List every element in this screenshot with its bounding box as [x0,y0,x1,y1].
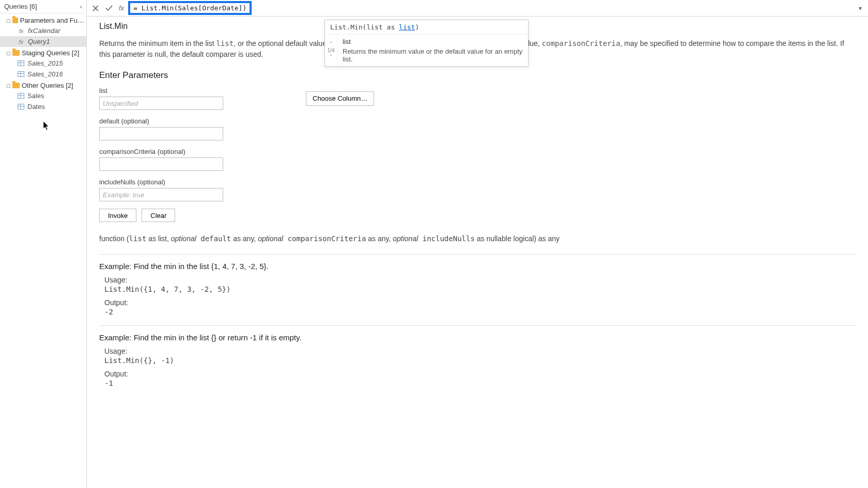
commit-formula-button[interactable] [103,3,115,14]
sig-text: as any, [231,234,258,243]
tree-item-label: fxCalendar [28,27,60,35]
sig-text: as any, [366,234,393,243]
folder-icon [12,18,18,23]
param-label-default: default (optional) [99,117,856,125]
cancel-formula-button[interactable] [90,3,101,14]
output-label: Output: [104,298,856,307]
intellisense-description: list Returns the minimum value or the de… [337,35,528,66]
queries-panel: Queries [6] ‹ ▢ Parameters and Fu… fx fx… [0,0,87,488]
usage-code: List.Min({1, 4, 7, 3, -2, 5}) [104,285,856,293]
group-label: Staging Queries [2] [22,49,79,57]
sig-code: list [129,234,147,243]
sig-optional: optional [393,234,418,243]
tree-item-label: Query1 [28,38,50,45]
intell-param-name: list [343,38,523,45]
sig-text: as nullable logical) as any [475,234,560,243]
group-header-parameters[interactable]: ▢ Parameters and Fu… [0,15,86,25]
table-icon [18,71,24,77]
overload-counter: 1/4 [328,48,335,53]
tree-item-fxcalendar[interactable]: fx fxCalendar [0,25,86,36]
example-block: Usage: List.Min({}, -1) Output: -1 [104,347,856,387]
table-icon [18,104,24,109]
tree-item-label: Sales [27,92,44,100]
intellisense-nav[interactable]: ˄ 1/4 ˅ [325,35,337,66]
sig-code: default [196,234,231,243]
mouse-cursor-icon [43,121,50,132]
param-row-list: list Choose Column… [99,87,856,110]
queries-title: Queries [6] [4,3,37,10]
separator [99,325,856,326]
invoke-button[interactable]: Invoke [99,209,136,222]
tree-item-dates[interactable]: Dates [0,101,86,112]
usage-label: Usage: [104,276,856,284]
group-label: Other Queries [2] [22,82,73,89]
formula-input-wrap[interactable]: = List.Min(Sales[OrderDate]) [128,1,854,15]
caret-icon: ▢ [6,83,10,88]
enter-parameters-heading: Enter Parameters [99,70,856,81]
example-title: Example: Find the min in the list {1, 4,… [99,262,856,271]
tree-item-label: Dates [27,103,45,111]
collapse-queries-icon[interactable]: ‹ [80,3,82,10]
sig-link[interactable]: list [399,23,415,31]
output-code: -1 [104,379,856,387]
folder-icon [12,83,20,88]
param-input-nulls[interactable] [99,188,223,201]
caret-icon: ▢ [6,51,10,56]
table-icon [18,93,24,99]
formula-input[interactable]: = List.Min(Sales[OrderDate]) [128,1,252,15]
example-title: Example: Find the min in the list {} or … [99,333,856,342]
sig-text: as list, [146,234,171,243]
usage-label: Usage: [104,347,856,355]
param-input-criteria[interactable] [99,158,223,171]
tree-item-sales2016[interactable]: Sales_2016 [0,69,86,80]
expand-formula-icon[interactable]: ▾ [856,5,865,12]
param-input-default[interactable] [99,127,223,140]
sig-suffix: ) [415,23,419,31]
button-row: Invoke Clear [99,209,856,222]
intellisense-body: ˄ 1/4 ˅ list Returns the minimum value o… [325,35,528,66]
group-header-other[interactable]: ▢ Other Queries [2] [0,81,86,90]
clear-button[interactable]: Clear [142,209,175,222]
fx-label-icon: fx [119,4,124,12]
tree-item-label: Sales_2016 [27,70,63,78]
chevron-down-icon[interactable]: ˅ [330,54,332,60]
usage-code: List.Min({}, -1) [104,356,856,365]
tree-item-label: Sales_2015 [27,59,63,67]
intellisense-signature: List.Min(list as list) [325,20,528,35]
output-code: -2 [104,308,856,316]
sig-prefix: List.Min(list as [330,23,399,31]
formula-bar: fx = List.Min(Sales[OrderDate]) ▾ [87,0,868,17]
main-area: fx = List.Min(Sales[OrderDate]) ▾ List.M… [87,0,868,488]
param-input-list[interactable] [99,97,223,110]
tree-item-sales[interactable]: Sales [0,90,86,101]
desc-text: , or the optional default value [234,39,329,48]
sig-optional: optional [171,234,196,243]
group-other: ▢ Other Queries [2] Sales Dates [0,81,86,112]
param-label-criteria: comparisonCriteria (optional) [99,148,856,155]
desc-text: Returns the minimum item in the list [99,39,216,48]
function-help-content: List.Min Returns the minimum item in the… [87,17,868,488]
folder-icon [12,50,20,56]
tree-item-query1[interactable]: fx Query1 [0,36,86,47]
group-parameters: ▢ Parameters and Fu… fx fxCalendar fx Qu… [0,15,86,47]
intell-param-desc: Returns the minimum value or the default… [343,48,523,63]
param-row-nulls: includeNulls (optional) [99,178,856,201]
param-label-list: list [99,87,223,95]
choose-column-button[interactable]: Choose Column… [306,91,374,106]
table-icon [18,60,24,66]
chevron-up-icon[interactable]: ˄ [330,41,332,46]
caret-icon: ▢ [6,18,10,23]
group-header-staging[interactable]: ▢ Staging Queries [2] [0,48,86,58]
sig-code: comparisonCriteria [283,234,366,243]
example-block: Usage: List.Min({1, 4, 7, 3, -2, 5}) Out… [104,276,856,316]
param-row-default: default (optional) [99,117,856,140]
desc-code: comparisonCriteria [542,39,621,48]
sig-text: function ( [99,234,129,243]
param-row-criteria: comparisonCriteria (optional) [99,148,856,171]
fx-icon: fx [18,39,25,45]
tree-item-sales2015[interactable]: Sales_2015 [0,58,86,69]
queries-tree: ▢ Parameters and Fu… fx fxCalendar fx Qu… [0,13,86,115]
separator [99,254,856,255]
group-label: Parameters and Fu… [20,17,84,24]
intellisense-popup: List.Min(list as list) ˄ 1/4 ˅ list Retu… [324,20,529,67]
